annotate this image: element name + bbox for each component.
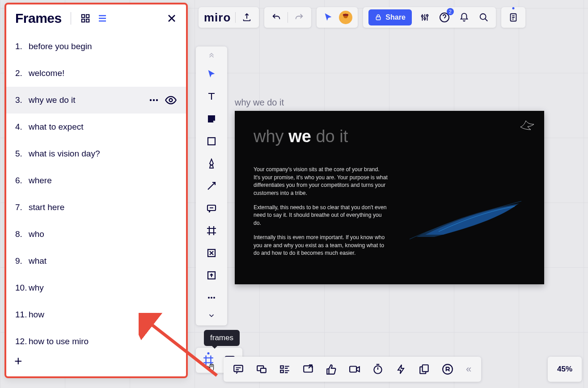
svg-rect-3 [376,17,381,20]
frame-row-3[interactable]: 3.why we do it [6,87,186,114]
tools-toolbar [196,46,227,325]
frame-label: what is vision day? [29,149,177,159]
frame-number: 8. [15,229,29,239]
frame-row-1[interactable]: 1.before you begin [6,33,186,60]
search-button[interactable] [477,11,491,24]
arrow-tool[interactable] [200,176,223,196]
svg-rect-23 [304,366,313,372]
frame-row-7[interactable]: 7.start here [6,194,186,221]
slide-frame[interactable]: why we do it Your company's vision sits … [235,111,544,284]
frame-row-9[interactable]: 9.what [6,248,186,274]
expand-down-icon[interactable] [200,310,223,321]
notes-group [501,7,525,28]
frame-number: 4. [15,122,29,132]
zoom-value: 45% [557,365,572,374]
collapse-bottom-bar[interactable]: « [463,363,474,375]
settings-button[interactable] [418,11,431,24]
grid-view-button[interactable] [80,13,91,24]
activity-button[interactable] [393,362,409,377]
frames-panel-toggle[interactable] [199,351,217,369]
more-tools-button[interactable] [200,288,223,308]
share-button-label: Share [385,13,405,21]
svg-rect-18 [234,365,243,371]
notes-button[interactable] [507,11,520,24]
cursor-follow-icon[interactable] [322,11,335,24]
frame-label: why [29,283,177,293]
frame-number: 12. [15,337,29,346]
frame-visibility-icon[interactable] [165,94,177,106]
zoom-indicator[interactable]: 45% [548,357,582,382]
frame-label: before you begin [29,42,177,51]
collaboration-group [317,7,358,28]
list-view-button[interactable] [97,13,108,24]
frame-row-8[interactable]: 8.who [6,221,186,248]
frame-row-5[interactable]: 5.what is vision day? [6,140,186,167]
frame-label: welcome! [29,68,177,78]
undo-button[interactable] [270,11,283,24]
comments-button[interactable] [231,362,246,377]
logo-group: miro [199,7,259,28]
close-box-tool[interactable] [200,243,223,263]
svg-point-5 [424,18,426,20]
close-panel-button[interactable] [166,13,177,24]
frame-row-11[interactable]: 11.how [6,301,186,328]
frame-label: start here [29,202,177,212]
copy-button[interactable] [417,362,432,377]
svg-point-16 [213,297,215,299]
frame-tool[interactable] [200,221,223,240]
comment-tool[interactable] [200,198,223,218]
upload-tool[interactable] [200,266,223,285]
svg-point-8 [480,14,486,20]
help-button[interactable]: 2 [438,11,451,24]
video-button[interactable] [347,362,362,377]
sticky-note-tool[interactable] [200,109,223,129]
canvas-frame-label[interactable]: why we do it [235,97,284,108]
chat-button[interactable] [254,362,269,377]
bottom-toolbar: « [224,357,481,382]
text-tool[interactable] [200,87,223,106]
notifications-button[interactable] [457,11,471,24]
redo-button[interactable] [292,11,306,24]
svg-rect-29 [81,15,84,17]
svg-rect-31 [81,19,84,22]
screen-share-button[interactable] [300,362,316,377]
svg-rect-10 [208,138,215,145]
card-view-button[interactable] [277,362,292,377]
svg-point-36 [169,99,173,102]
frame-label: how [29,310,177,320]
shape-tool[interactable] [200,131,223,151]
frame-number: 1. [15,42,29,51]
frame-number: 7. [15,202,29,212]
svg-rect-30 [86,15,89,17]
frame-row-4[interactable]: 4.what to expect [6,114,186,140]
export-button[interactable] [240,11,254,24]
select-tool[interactable] [200,64,223,84]
svg-rect-24 [350,367,356,372]
svg-point-33 [150,99,152,101]
collapse-up-icon[interactable] [200,51,223,62]
svg-rect-22 [280,370,283,372]
frame-row-10[interactable]: 10.why [6,274,186,301]
bird-icon [518,117,536,131]
svg-point-25 [374,366,381,373]
frame-number: 10. [15,283,29,293]
frame-number: 3. [15,95,29,105]
frame-number: 5. [15,149,29,159]
slide-title: why we do it [254,127,525,146]
frames-list: 1.before you begin2.welcome!3.why we do … [6,30,186,351]
frame-row-2[interactable]: 2.welcome! [6,60,186,87]
svg-rect-2 [343,14,348,16]
share-button[interactable]: Share [368,9,411,25]
frame-more-icon[interactable] [148,95,159,105]
share-settings-group: Share 2 [363,7,495,28]
svg-point-34 [153,99,155,101]
pen-tool[interactable] [200,154,223,173]
frame-row-6[interactable]: 6.where [6,167,186,194]
timer-button[interactable] [370,362,385,377]
add-frame-button[interactable]: + [6,351,186,371]
slide-body: Your company's vision sits at the core o… [254,166,388,257]
registered-button[interactable] [440,362,455,377]
user-avatar[interactable] [339,11,352,24]
frame-row-12[interactable]: 12.how to use miro [6,328,186,351]
voting-button[interactable] [324,362,339,377]
